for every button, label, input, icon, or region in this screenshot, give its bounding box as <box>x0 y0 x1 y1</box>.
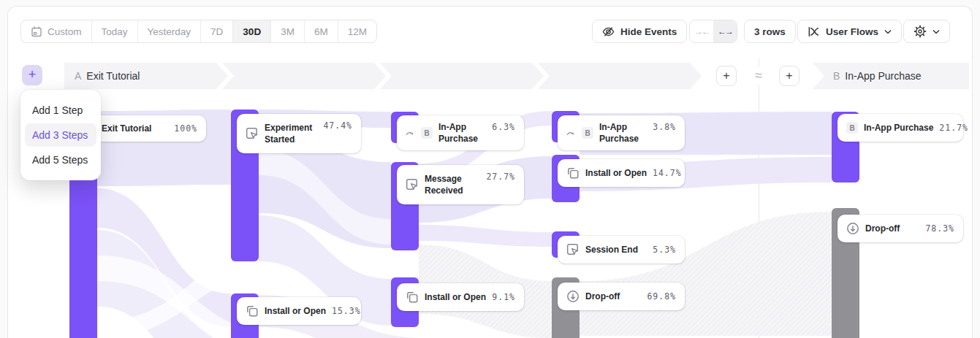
step-title: In-App Purchase <box>845 70 921 82</box>
step-header-a[interactable]: AExit Tutorial <box>75 63 140 89</box>
window-icon <box>566 166 580 180</box>
goal-b-badge: B <box>582 127 593 139</box>
drop-off-icon <box>846 222 859 235</box>
node-label: Session End <box>585 244 638 256</box>
merge-arrow-icon <box>566 128 576 138</box>
node-card-message-received[interactable]: Message Received 27.7% <box>397 165 524 204</box>
node-label: Install or Open <box>585 167 647 179</box>
add-step-menu: Add 1 Step Add 3 Steps Add 5 Steps <box>20 90 101 180</box>
goal-b-badge: B <box>421 127 433 139</box>
node-value: 69.8% <box>647 291 676 301</box>
step-header-b[interactable]: BIn-App Purchase <box>833 63 922 89</box>
node-card-in-app-purchase-3[interactable]: B In-App Purchase 3.8% <box>558 115 685 150</box>
menu-item-add-3-steps[interactable]: Add 3 Steps <box>25 123 96 147</box>
merge-arrow-icon <box>406 128 415 138</box>
node-label: In-App Purchase <box>864 122 933 134</box>
node-value: 6.3% <box>492 122 515 132</box>
step-letter: A <box>75 70 81 82</box>
node-value: 21.7% <box>939 123 968 133</box>
node-label: Exit Tutorial <box>102 123 151 134</box>
drop-off-icon <box>566 290 580 303</box>
node-label: Experiment Started <box>265 122 317 145</box>
user-flows-canvas: Custom Today Yesterday 7D 30D 3M 6M 12M … <box>0 0 980 338</box>
node-card-exit-tutorial[interactable]: Exit Tutorial 100% <box>93 115 206 142</box>
goal-b-badge: B <box>846 122 858 134</box>
node-card-experiment-started[interactable]: Experiment Started 47.4% <box>237 114 361 153</box>
menu-item-add-5-steps[interactable]: Add 5 Steps <box>25 148 96 172</box>
node-label: Install or Open <box>425 291 486 303</box>
add-step-after-a-button[interactable]: + <box>716 66 737 86</box>
menu-item-add-1-step[interactable]: Add 1 Step <box>25 99 96 122</box>
node-value: 9.1% <box>492 292 515 302</box>
node-value: 78.3% <box>925 223 954 234</box>
node-card-in-app-purchase-6[interactable]: B In-App Purchase 6.3% <box>397 115 524 150</box>
node-value: 47.4% <box>323 120 352 131</box>
add-step-button-active[interactable]: + <box>22 65 42 85</box>
click-event-icon <box>566 243 580 256</box>
click-event-icon <box>406 178 419 191</box>
node-value: 5.3% <box>653 245 676 255</box>
window-icon <box>406 291 419 304</box>
node-label: Drop-off <box>585 291 620 302</box>
node-label: Install or Open <box>265 305 326 317</box>
click-event-icon <box>246 127 259 140</box>
node-label: Drop-off <box>865 223 900 234</box>
node-card-install-or-open-14[interactable]: Install or Open 14.7% <box>558 159 685 187</box>
node-value: 14.7% <box>653 168 682 178</box>
node-value: 100% <box>174 123 197 134</box>
node-label: Message Received <box>425 173 480 196</box>
node-label: In-App Purchase <box>599 121 646 145</box>
window-icon <box>246 304 259 318</box>
node-card-session-end[interactable]: Session End 5.3% <box>558 236 685 264</box>
node-card-install-or-open-15[interactable]: Install or Open 15.3% <box>237 297 361 325</box>
step-letter: B <box>833 70 840 82</box>
node-value: 15.3% <box>332 306 361 316</box>
node-card-in-app-purchase-21[interactable]: B In-App Purchase 21.7% <box>837 114 963 142</box>
node-value: 3.8% <box>653 122 676 132</box>
step-title: Exit Tutorial <box>86 70 140 82</box>
node-card-drop-off-69[interactable]: Drop-off 69.8% <box>558 283 685 310</box>
add-step-before-b-button[interactable]: + <box>779 66 799 86</box>
node-card-install-or-open-9[interactable]: Install or Open 9.1% <box>397 283 524 311</box>
node-value: 27.7% <box>486 172 515 182</box>
node-card-drop-off-78[interactable]: Drop-off 78.3% <box>837 215 963 242</box>
node-label: In-App Purchase <box>438 121 485 145</box>
